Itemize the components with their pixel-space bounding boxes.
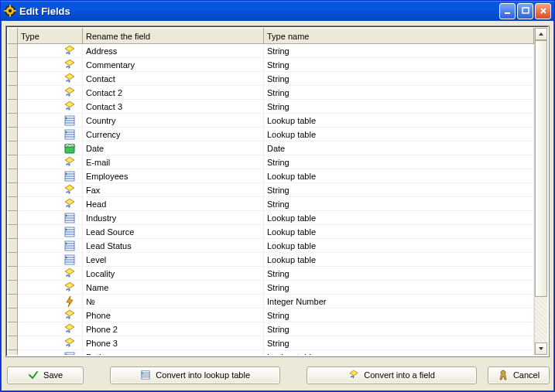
field-icon xyxy=(348,370,359,380)
grid-header-gutter[interactable] xyxy=(9,29,18,44)
table-row[interactable]: Contact 2String xyxy=(9,86,534,100)
maximize-button[interactable] xyxy=(517,3,533,19)
table-row[interactable]: CommentaryString xyxy=(9,58,534,72)
type-name-cell: Lookup table xyxy=(264,253,534,267)
table-row[interactable]: №Integer Number xyxy=(9,295,534,308)
row-gutter[interactable] xyxy=(9,44,18,58)
row-gutter[interactable] xyxy=(9,295,18,308)
field-icon xyxy=(63,87,76,99)
col-header-type[interactable]: Type xyxy=(18,29,83,44)
titlebar[interactable]: Edit Fields xyxy=(1,1,554,21)
row-gutter[interactable] xyxy=(9,211,18,225)
table-row[interactable]: AddressString xyxy=(9,44,534,58)
row-gutter[interactable] xyxy=(9,155,18,169)
table-row[interactable]: E-mailString xyxy=(9,155,534,169)
type-icon-cell xyxy=(18,100,83,114)
row-gutter[interactable] xyxy=(9,114,18,128)
convert-to-field-button[interactable]: Convert into a field xyxy=(307,366,477,384)
type-name-cell: String xyxy=(264,100,534,114)
table-row[interactable]: CountryLookup table xyxy=(9,114,534,128)
table-row[interactable]: LevelLookup table xyxy=(9,253,534,267)
vertical-scrollbar[interactable] xyxy=(534,28,547,355)
field-name-cell: Level xyxy=(83,253,264,267)
type-icon-cell xyxy=(18,308,83,322)
row-gutter[interactable] xyxy=(9,197,18,211)
type-name-cell: Lookup table xyxy=(264,169,534,183)
row-gutter[interactable] xyxy=(9,100,18,114)
row-gutter[interactable] xyxy=(9,225,18,239)
convert-to-lookup-button[interactable]: Convert into lookup table xyxy=(110,366,280,384)
row-gutter[interactable] xyxy=(9,322,18,336)
row-gutter[interactable] xyxy=(9,239,18,253)
type-name-cell: Lookup table xyxy=(264,128,534,141)
button-bar: Save Convert into lookup table Convert i… xyxy=(5,357,550,387)
type-name-cell: Lookup table xyxy=(264,350,534,356)
field-name-cell: Name xyxy=(83,281,264,295)
scroll-up-button[interactable] xyxy=(535,28,547,40)
row-gutter[interactable] xyxy=(9,58,18,72)
table-row[interactable]: FaxString xyxy=(9,183,534,197)
row-gutter[interactable] xyxy=(9,267,18,281)
date-icon xyxy=(63,142,76,155)
table-row[interactable]: Lead StatusLookup table xyxy=(9,239,534,253)
field-icon xyxy=(63,184,76,196)
field-name-cell: Fax xyxy=(83,183,264,197)
cancel-button-label: Cancel xyxy=(513,370,540,380)
type-icon-cell xyxy=(18,197,83,211)
field-name-cell: Lead Source xyxy=(83,225,264,239)
row-gutter[interactable] xyxy=(9,72,18,86)
svg-rect-16 xyxy=(522,8,529,13)
table-row[interactable]: ContactString xyxy=(9,72,534,86)
table-row[interactable]: IndustryLookup table xyxy=(9,211,534,225)
type-icon-cell xyxy=(18,336,83,350)
row-gutter[interactable] xyxy=(9,336,18,350)
cancel-button[interactable]: Cancel xyxy=(488,366,550,384)
type-name-cell: Lookup table xyxy=(264,114,534,128)
type-icon-cell xyxy=(18,128,83,141)
row-gutter[interactable] xyxy=(9,169,18,183)
row-gutter[interactable] xyxy=(9,350,18,356)
row-gutter[interactable] xyxy=(9,128,18,141)
table-row[interactable]: Contact 3String xyxy=(9,100,534,114)
field-icon xyxy=(63,156,76,169)
row-gutter[interactable] xyxy=(9,281,18,295)
fields-grid[interactable]: Type Rename the field Type name AddressS… xyxy=(5,26,550,357)
type-name-cell: String xyxy=(264,197,534,211)
client-area: Type Rename the field Type name AddressS… xyxy=(1,21,554,391)
field-name-cell: Industry xyxy=(83,211,264,225)
window: Edit Fields Type xyxy=(0,0,555,392)
field-icon xyxy=(63,198,76,210)
table-row[interactable]: HeadString xyxy=(9,197,534,211)
row-gutter[interactable] xyxy=(9,86,18,100)
close-button[interactable] xyxy=(535,3,551,19)
table-row[interactable]: DateDate xyxy=(9,141,534,155)
type-icon-cell xyxy=(18,225,83,239)
minimize-button[interactable] xyxy=(499,3,516,19)
row-gutter[interactable] xyxy=(9,141,18,155)
table-row[interactable]: RatingLookup table xyxy=(9,350,534,356)
col-header-typename[interactable]: Type name xyxy=(264,29,534,44)
table-row[interactable]: EmployeesLookup table xyxy=(9,169,534,183)
table-row[interactable]: Lead SourceLookup table xyxy=(9,225,534,239)
table-row[interactable]: Phone 3String xyxy=(9,336,534,350)
save-button[interactable]: Save xyxy=(7,366,84,384)
row-gutter[interactable] xyxy=(9,253,18,267)
type-icon-cell xyxy=(18,253,83,267)
table-row[interactable]: Phone 2String xyxy=(9,322,534,336)
type-name-cell: String xyxy=(264,72,534,86)
type-name-cell: Integer Number xyxy=(264,295,534,308)
table-row[interactable]: LocalityString xyxy=(9,267,534,281)
field-name-cell: Phone 3 xyxy=(83,336,264,350)
scroll-down-button[interactable] xyxy=(535,343,547,355)
cancel-icon xyxy=(498,370,509,380)
row-gutter[interactable] xyxy=(9,308,18,322)
table-row[interactable]: NameString xyxy=(9,281,534,295)
scroll-thumb[interactable] xyxy=(535,40,547,297)
table-row[interactable]: CurrencyLookup table xyxy=(9,128,534,141)
number-icon xyxy=(63,295,76,308)
scroll-track[interactable] xyxy=(535,40,547,343)
row-gutter[interactable] xyxy=(9,183,18,197)
field-name-cell: Address xyxy=(83,44,264,58)
col-header-rename[interactable]: Rename the field xyxy=(83,29,264,44)
table-row[interactable]: PhoneString xyxy=(9,308,534,322)
